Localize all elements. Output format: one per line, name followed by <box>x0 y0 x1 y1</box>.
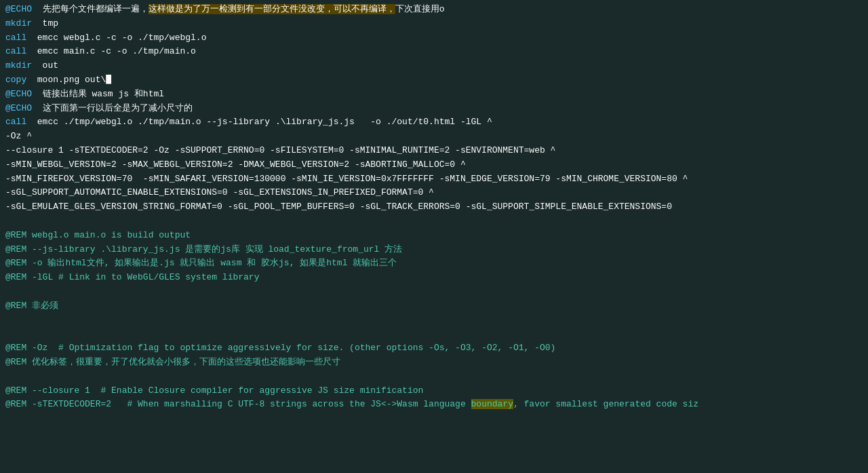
code-line: -Oz ^ <box>5 130 863 144</box>
code-line: mkdir out <box>5 59 863 73</box>
code-line: @REM 优化标签，很重要，开了优化就会小很多，下面的这些选项也还能影响一些尺寸 <box>5 356 863 370</box>
empty-line <box>5 370 863 384</box>
code-token: 非必须 <box>26 301 58 311</box>
code-token: @REM <box>5 385 26 396</box>
code-line: call emcc ./tmp/webgl.o ./tmp/main.o --j… <box>5 115 863 130</box>
code-line: mkdir tmp <box>5 17 863 31</box>
code-line: @ECHO 链接出结果 wasm js 和html <box>5 88 863 102</box>
code-token: webgl.o main.o is build output <box>26 230 191 240</box>
code-line: @REM --closure 1 # Enable Closure compil… <box>5 384 863 398</box>
code-token: @REM <box>5 244 26 254</box>
code-line: @REM -o 输出html文件, 如果输出是.js 就只输出 wasm 和 胶… <box>5 257 863 271</box>
code-token: -sMIN_FIREFOX_VERSION=70 -sMIN_SAFARI_VE… <box>5 174 688 184</box>
code-line: -sMIN_WEBGL_VERSION=2 -sMAX_WEBGL_VERSIO… <box>5 158 863 172</box>
code-token: @REM <box>5 272 26 282</box>
code-token: mkdir <box>5 60 32 71</box>
code-line: -sMIN_FIREFOX_VERSION=70 -sMIN_SAFARI_VE… <box>5 172 863 187</box>
code-line: -sGL_EMULATE_GLES_VERSION_STRING_FORMAT=… <box>5 200 863 214</box>
code-token: @ECHO <box>5 89 32 99</box>
code-token: 优化标签，很重要，开了优化就会小很多，下面的这些选项也还能影响一些尺寸 <box>26 357 340 367</box>
code-viewer: @ECHO 先把每个文件都编译一遍，这样做是为了万一检测到有一部分文件没改变，可… <box>0 0 868 415</box>
code-token: @REM <box>5 301 26 311</box>
code-line: call emcc main.c -c -o ./tmp/main.o <box>5 45 863 59</box>
code-token: emcc ./tmp/webgl.o ./tmp/main.o --js-lib… <box>26 117 492 127</box>
rem-text-after: , favor smallest generated code siz <box>513 399 698 409</box>
code-token: call <box>5 46 26 56</box>
code-token: 链接出结果 wasm js 和html <box>32 89 164 99</box>
code-token: -o 输出html文件, 如果输出是.js 就只输出 wasm 和 胶水js, … <box>26 258 397 268</box>
empty-line <box>5 327 863 341</box>
code-line: @REM -sTEXTDECODER=2 # When marshalling … <box>5 398 863 412</box>
code-token: --js-library .\library_js.js 是需要的js库 实现 … <box>26 244 402 254</box>
code-token: @REM <box>5 258 26 268</box>
boundary-highlight: boundary <box>471 399 513 409</box>
code-line: @REM --js-library .\library_js.js 是需要的js… <box>5 243 863 257</box>
code-line: @REM webgl.o main.o is build output <box>5 229 863 243</box>
code-line: @REM -Oz # Optimization flag to optimize… <box>5 341 863 356</box>
code-token: -Oz # Optimization flag to optimize aggr… <box>26 343 555 353</box>
code-token: -sGL_SUPPORT_AUTOMATIC_ENABLE_EXTENSIONS… <box>5 187 434 197</box>
code-token: @ECHO <box>5 103 32 113</box>
code-token: @REM <box>5 399 26 409</box>
code-line: -sGL_SUPPORT_AUTOMATIC_ENABLE_EXTENSIONS… <box>5 186 863 200</box>
code-token: -sMIN_WEBGL_VERSION=2 -sMAX_WEBGL_VERSIO… <box>5 159 466 170</box>
code-line: @REM 非必须 <box>5 299 863 314</box>
code-token: @REM <box>5 230 26 240</box>
code-token: -Oz ^ <box>5 131 32 141</box>
code-token: █ <box>106 75 111 85</box>
code-token: @REM <box>5 343 26 353</box>
code-token: moon.png out\ <box>26 75 106 85</box>
code-token: --closure 1 -sTEXTDECODER=2 -Oz -sSUPPOR… <box>5 145 555 155</box>
empty-line <box>5 285 863 299</box>
code-token: 先把每个文件都编译一遍， <box>32 4 149 14</box>
code-line: call emcc webgl.c -c -o ./tmp/webgl.o <box>5 31 863 45</box>
code-token: call <box>5 33 26 43</box>
code-token: 可以不再编译， <box>334 4 395 14</box>
code-token: emcc webgl.c -c -o ./tmp/webgl.o <box>26 33 206 43</box>
code-token: 下次直接用o <box>395 4 445 14</box>
code-token: tmp <box>32 18 58 29</box>
empty-line <box>5 314 863 328</box>
code-token: emcc main.c -c -o ./tmp/main.o <box>26 46 196 56</box>
code-line: @ECHO 这下面第一行以后全是为了减小尺寸的 <box>5 102 863 116</box>
code-line: @REM -lGL # Link in to WebGL/GLES system… <box>5 271 863 285</box>
code-line: --closure 1 -sTEXTDECODER=2 -Oz -sSUPPOR… <box>5 144 863 158</box>
code-token: copy <box>5 75 26 85</box>
code-token: out <box>32 60 58 71</box>
empty-line <box>5 214 863 229</box>
code-token: 这样做是为了万一检测到有一部分文件没改变， <box>149 4 334 14</box>
code-token: @REM <box>5 357 26 367</box>
rem-text: -sTEXTDECODER=2 # When marshalling C UTF… <box>26 399 471 409</box>
code-token: -lGL # Link in to WebGL/GLES system libr… <box>26 272 259 282</box>
code-token: --closure 1 # Enable Closure compiler fo… <box>26 385 423 396</box>
code-token: @ECHO <box>5 4 32 14</box>
code-token: call <box>5 117 26 127</box>
code-line: copy moon.png out\█ <box>5 73 863 88</box>
code-token: 这下面第一行以后全是为了减小尺寸的 <box>32 103 193 113</box>
code-token: mkdir <box>5 18 32 29</box>
code-line: @ECHO 先把每个文件都编译一遍，这样做是为了万一检测到有一部分文件没改变，可… <box>5 3 863 17</box>
code-token: -sGL_EMULATE_GLES_VERSION_STRING_FORMAT=… <box>5 202 672 212</box>
